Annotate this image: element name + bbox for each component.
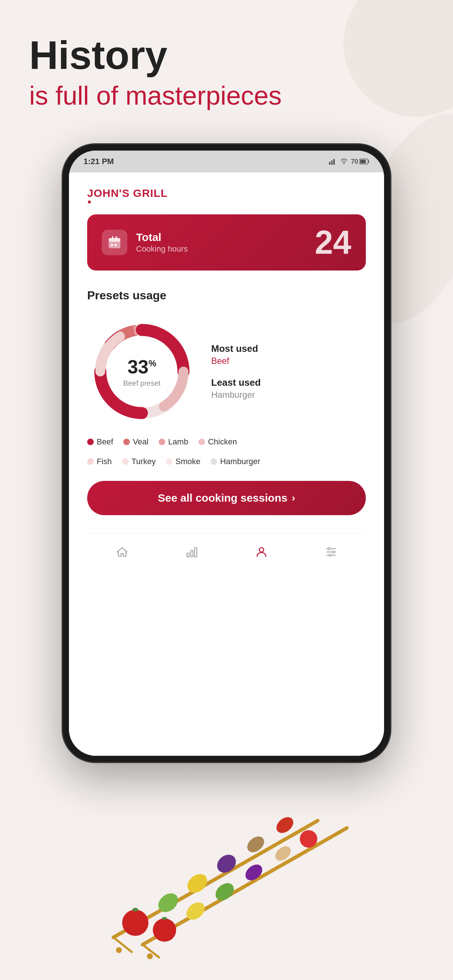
dots-legend: Beef Veal Lamb <box>87 437 366 466</box>
svg-point-31 <box>122 910 148 936</box>
legend-row-2: Fish Turkey Smoke <box>87 457 366 466</box>
nav-stats[interactable] <box>177 541 206 563</box>
legend-turkey: Turkey <box>122 457 156 466</box>
calendar-icon <box>107 235 122 250</box>
beef-label: Beef <box>97 437 113 447</box>
least-used-value: Hamburger <box>211 390 366 400</box>
veal-label: Veal <box>133 437 148 447</box>
svg-rect-21 <box>195 547 196 557</box>
legend-chicken: Chicken <box>198 437 237 447</box>
cooking-total-label: Total <box>136 231 188 243</box>
wifi-icon <box>340 158 348 165</box>
svg-rect-11 <box>116 236 117 240</box>
cooking-labels: Total Cooking hours <box>136 231 188 254</box>
chicken-dot <box>198 439 205 445</box>
donut-center: 33% Beef preset <box>123 356 161 388</box>
page-header: History is full of masterpieces <box>0 0 453 122</box>
svg-rect-13 <box>115 244 117 246</box>
svg-point-48 <box>147 953 153 959</box>
brand-name: JOHN'S GRILL <box>87 187 366 199</box>
battery-level: 70 <box>351 158 358 165</box>
fish-label: Fish <box>97 457 112 466</box>
donut-label: Beef preset <box>123 379 161 388</box>
svg-point-22 <box>259 547 264 552</box>
chicken-label: Chicken <box>208 437 237 447</box>
presets-body: 33% Beef preset Most used Beef <box>87 317 366 426</box>
legend-beef: Beef <box>87 437 113 447</box>
app-header: JOHN'S GRILL <box>87 187 366 204</box>
svg-rect-6 <box>368 161 369 162</box>
svg-rect-9 <box>109 238 120 242</box>
svg-rect-10 <box>112 236 113 240</box>
turkey-dot <box>122 458 129 465</box>
profile-icon <box>254 545 269 559</box>
battery-icon <box>359 159 370 164</box>
donut-percent: 33% <box>123 356 161 378</box>
svg-point-44 <box>300 830 317 848</box>
hamburger-label: Hamburger <box>220 457 260 466</box>
cooking-card-left: Total Cooking hours <box>102 230 188 255</box>
smoke-dot <box>166 458 172 465</box>
stats-icon <box>185 545 199 559</box>
beef-dot <box>87 439 94 445</box>
svg-point-26 <box>328 547 330 550</box>
cooking-hours-label: Cooking hours <box>136 244 188 254</box>
svg-point-4 <box>343 162 345 164</box>
food-skewers-image <box>99 784 354 959</box>
most-used-value: Beef <box>211 356 366 366</box>
svg-rect-12 <box>111 244 113 246</box>
presets-legend: Most used Beef Least used Hamburger <box>211 343 366 400</box>
hamburger-dot <box>211 458 217 465</box>
fish-dot <box>87 458 94 465</box>
svg-point-27 <box>332 551 335 553</box>
app-content: JOHN'S GRILL <box>69 172 384 756</box>
veal-dot <box>123 439 130 445</box>
most-used-section: Most used Beef <box>211 343 366 366</box>
most-used-heading: Most used <box>211 343 366 355</box>
see-all-sessions-button[interactable]: See all cooking sessions › <box>87 481 366 515</box>
svg-rect-20 <box>191 550 193 557</box>
svg-rect-3 <box>335 158 337 165</box>
legend-fish: Fish <box>87 457 112 466</box>
svg-rect-19 <box>187 553 189 557</box>
legend-veal: Veal <box>123 437 148 447</box>
status-time: 1:21 PM <box>83 157 114 166</box>
svg-rect-2 <box>333 159 335 165</box>
home-icon <box>115 545 129 559</box>
least-used-section: Least used Hamburger <box>211 377 366 400</box>
see-all-arrow-icon: › <box>292 492 295 504</box>
svg-point-32 <box>132 908 138 912</box>
page-subtitle: is full of masterpieces <box>29 80 424 111</box>
svg-rect-7 <box>360 160 366 163</box>
svg-point-28 <box>329 554 331 556</box>
nav-home[interactable] <box>108 541 137 563</box>
signal-icon <box>329 158 337 165</box>
brand-dot <box>88 200 91 204</box>
nav-profile[interactable] <box>247 541 276 563</box>
phone-mockup: 1:21 PM <box>0 144 453 762</box>
food-image-section <box>0 762 453 974</box>
phone-frame: 1:21 PM <box>62 144 391 762</box>
presets-section: Presets usage <box>87 289 366 466</box>
page-title: History <box>29 33 424 77</box>
svg-point-38 <box>153 918 176 942</box>
legend-row-1: Beef Veal Lamb <box>87 437 366 447</box>
bottom-nav <box>87 533 366 574</box>
cooking-hours-card: Total Cooking hours 24 <box>87 215 366 270</box>
lamb-dot <box>159 439 165 445</box>
donut-chart: 33% Beef preset <box>87 317 196 426</box>
see-all-label: See all cooking sessions <box>158 492 287 504</box>
lamb-label: Lamb <box>168 437 188 447</box>
phone-screen: 1:21 PM <box>69 151 384 756</box>
settings-icon <box>324 545 338 559</box>
cooking-icon-box <box>102 230 127 255</box>
legend-lamb: Lamb <box>159 437 188 447</box>
nav-settings[interactable] <box>317 541 346 563</box>
status-bar: 1:21 PM <box>69 151 384 172</box>
legend-smoke: Smoke <box>166 457 200 466</box>
svg-point-47 <box>116 947 122 953</box>
legend-hamburger: Hamburger <box>211 457 260 466</box>
least-used-heading: Least used <box>211 377 366 388</box>
svg-rect-0 <box>329 162 330 165</box>
battery-indicator: 70 <box>351 158 370 165</box>
